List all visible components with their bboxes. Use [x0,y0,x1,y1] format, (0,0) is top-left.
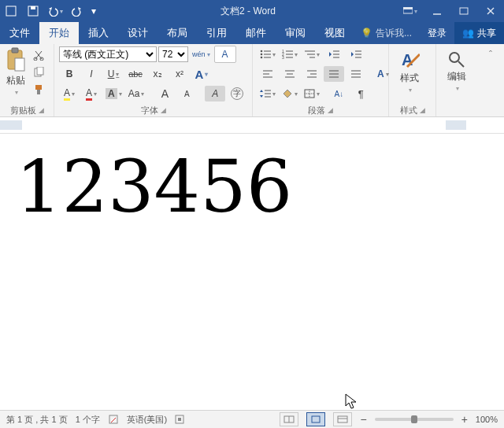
highlight-button[interactable]: A▾ [59,86,80,101]
print-layout-button[interactable] [306,412,325,426]
clear-format-icon: A [212,88,218,99]
show-marks-button[interactable]: ¶ [350,86,371,101]
tab-file[interactable]: 文件 [0,22,39,44]
maximize-icon[interactable] [450,0,477,22]
tab-design[interactable]: 设计 [118,22,158,44]
bold-icon: B [66,68,73,79]
editing-button[interactable]: 编辑 ▾ [441,46,472,98]
copy-button[interactable] [28,65,49,80]
strike-button[interactable]: abc [125,66,146,82]
bulb-icon: 💡 [361,28,372,39]
distribute-button[interactable] [346,66,366,82]
grow-font-button[interactable]: A [154,86,175,101]
zoom-level[interactable]: 100% [476,415,498,424]
minimize-icon[interactable] [424,0,450,22]
document-text[interactable]: 123456 [16,151,496,223]
svg-rect-15 [37,67,43,75]
numbering-button[interactable]: 123▾ [280,46,300,62]
svg-rect-11 [15,58,24,71]
align-left-button[interactable] [258,66,278,82]
font-color-button[interactable]: A▾ [81,86,102,101]
clear-format-button[interactable]: A [205,86,225,101]
underline-button[interactable]: U▾ [103,66,124,82]
sort-button[interactable]: A↓ [328,86,349,101]
align-center-button[interactable] [280,66,300,82]
save-icon[interactable] [22,0,44,22]
change-case-button[interactable]: Aa▾ [126,86,147,101]
align-right-button[interactable] [302,66,322,82]
copy-icon [33,67,44,78]
macro-icon[interactable] [175,415,184,424]
zoom-thumb[interactable] [411,415,417,423]
window-title: 文档2 - Word [99,5,397,18]
undo-icon[interactable]: ▾ [44,0,66,22]
tab-mailings[interactable]: 邮件 [236,22,276,44]
tab-references[interactable]: 引用 [197,22,236,44]
increase-indent-button[interactable] [346,46,366,62]
shading-button[interactable]: ▾ [280,86,300,101]
ribbon: 粘贴 ▾ 剪贴板◢ 等线 (西文正文) 72 wén▾ A [0,44,504,117]
styles-launcher[interactable]: ◢ [420,106,425,114]
document-area[interactable]: 123456 [0,134,504,410]
ribbon-display-icon[interactable]: ▾ [397,0,424,22]
case-icon: Aa [128,88,140,99]
borders-button[interactable]: ▾ [302,86,322,101]
tab-review[interactable]: 审阅 [276,22,315,44]
tab-home[interactable]: 开始 [39,22,79,44]
zoom-slider[interactable] [375,418,454,421]
superscript-icon: x² [176,68,183,79]
tab-view[interactable]: 视图 [315,22,354,44]
zoom-in-button[interactable]: + [461,413,468,426]
word-count[interactable]: 1 个字 [76,414,100,426]
close-icon[interactable] [477,0,504,22]
ruler[interactable] [0,117,504,134]
cut-button[interactable] [28,47,49,63]
subscript-button[interactable]: x₂ [147,66,168,82]
char-border-icon: A [222,49,228,60]
multilevel-button[interactable]: ▾ [302,46,322,62]
collapse-ribbon-button[interactable]: ˆ [480,47,501,63]
paragraph-launcher[interactable]: ◢ [328,106,333,114]
tab-layout[interactable]: 布局 [158,22,197,44]
read-mode-button[interactable] [280,412,298,426]
decrease-indent-button[interactable] [324,46,344,62]
clipboard-launcher[interactable]: ◢ [39,106,44,114]
shrink-font-button[interactable]: A [176,86,197,101]
paste-button[interactable]: 粘贴 ▾ [5,46,27,98]
tell-me[interactable]: 💡告诉我... [354,22,418,44]
language-status[interactable]: 英语(美国) [127,414,167,426]
mouse-cursor-icon [345,393,356,409]
qat-customize-icon[interactable]: ▾ [88,0,99,22]
enclose-char-button[interactable]: 字 [227,86,247,101]
share-button[interactable]: 👥共享 [454,22,504,44]
bullets-button[interactable]: ▾ [258,46,278,62]
page[interactable]: 123456 [16,138,496,410]
zoom-out-button[interactable]: − [360,413,366,426]
redo-icon[interactable] [66,0,88,22]
justify-button[interactable] [324,66,344,82]
bold-button[interactable]: B [59,66,80,82]
char-shading-button[interactable]: A▾ [103,86,124,101]
bullets-icon [260,50,271,59]
status-bar: 第 1 页 , 共 1 页 1 个字 英语(美国) − + 100% [0,410,504,428]
svg-rect-68 [312,416,320,422]
font-size-select[interactable]: 72 [158,46,188,62]
superscript-button[interactable]: x² [169,66,190,82]
tab-insert[interactable]: 插入 [79,22,118,44]
italic-button[interactable]: I [81,66,102,82]
page-status[interactable]: 第 1 页 , 共 1 页 [6,414,68,426]
format-painter-button[interactable] [28,82,49,98]
font-launcher[interactable]: ◢ [161,106,166,114]
svg-point-22 [261,57,263,59]
spelling-icon[interactable] [108,414,119,425]
font-name-select[interactable]: 等线 (西文正文) [59,46,157,62]
text-effects-button[interactable]: A▾ [191,66,212,82]
fontcolor-icon: A [86,87,92,101]
phonetic-guide-button[interactable]: wén▾ [190,46,213,62]
login-button[interactable]: 登录 [420,22,454,44]
line-spacing-button[interactable]: ▾ [258,86,278,101]
app-icon[interactable] [0,0,22,22]
web-layout-button[interactable] [333,412,352,426]
styles-button[interactable]: A 样式 ▾ [394,46,425,98]
char-border-button[interactable]: A [214,46,236,63]
